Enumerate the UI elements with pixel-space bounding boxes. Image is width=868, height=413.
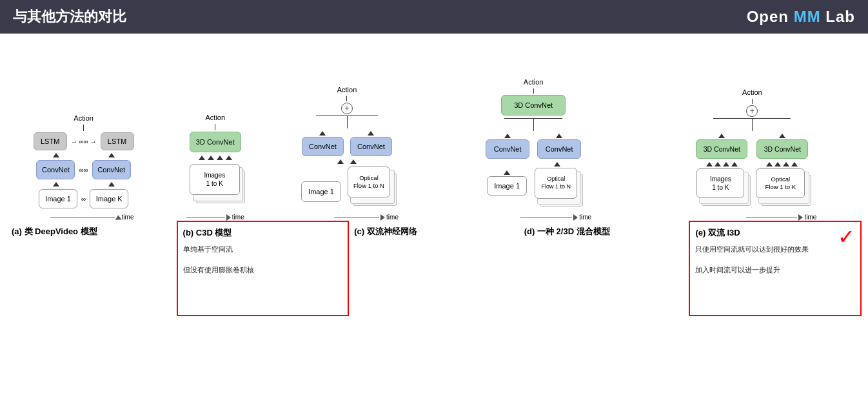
diag-c-action: Action xyxy=(337,86,357,94)
diag-a-lstm1: LSTM xyxy=(34,132,67,150)
diag-d-convnet1: ConvNet xyxy=(486,139,529,159)
label-b-title: (b) C3D 模型 xyxy=(183,227,343,239)
diag-c-plus: + xyxy=(341,103,353,114)
diag-a-convnet1: ConvNet xyxy=(36,160,75,179)
header-logo: Open MM Lab xyxy=(747,8,855,26)
label-b-desc1: 单纯基于空间流 xyxy=(183,244,343,256)
diag-e-images: Images1 to K xyxy=(696,168,744,198)
label-d-title: (d) 一种 2/3D 混合模型 xyxy=(524,226,684,237)
diag-b-convnet: 3D ConvNet xyxy=(190,132,241,152)
label-c: (c) 双流神经网络 xyxy=(349,221,519,316)
diag-e-3dconvnet2: 3D ConvNet xyxy=(756,139,808,159)
label-e-desc1: 只使用空间流就可以达到很好的效果 xyxy=(695,244,855,256)
label-e-title: (e) 双流 I3D xyxy=(695,227,740,239)
label-a: (a) 类 DeepVideo 模型 xyxy=(6,221,177,316)
diag-d-3dconvnet: 3D ConvNet xyxy=(501,95,566,116)
diagram-b: Action 3D ConvNet Images1 to K xyxy=(173,114,257,221)
diag-d-image1: Image 1 xyxy=(487,176,527,196)
diagram-e: Action + 3D ConvNet 3D ConvNet xyxy=(655,88,849,221)
diag-a-time: time xyxy=(122,214,134,221)
diag-d-time: time xyxy=(579,214,591,221)
diag-c-image1: Image 1 xyxy=(301,181,341,202)
checkmark-icon: ✓ xyxy=(838,225,855,249)
logo-mm: MM xyxy=(794,8,821,25)
diag-c-time: time xyxy=(386,214,399,221)
diag-e-time: time xyxy=(804,214,816,221)
logo-open: Open xyxy=(747,8,794,25)
logo-lab: Lab xyxy=(821,8,855,25)
diag-b-time: time xyxy=(232,214,244,221)
diag-d-optflow: OpticalFlow 1 to N xyxy=(535,168,577,199)
diag-e-plus: + xyxy=(746,105,758,117)
diag-a-lstm2: LSTM xyxy=(101,132,134,150)
diagrams-row: Action LSTM → ∞∞ → LSTM ConvNet ∞∞ xyxy=(0,34,868,221)
diag-b-action: Action xyxy=(205,114,225,121)
diag-a-imagek: Image K xyxy=(90,189,128,208)
label-e-desc2: 加入时间流可以进一步提升 xyxy=(695,265,855,276)
diag-e-optflow: OpticalFlow 1 to K xyxy=(756,168,805,198)
diag-a-image1: Image 1 xyxy=(39,189,77,208)
diag-c-optflow: OpticalFlow 1 to N xyxy=(348,166,390,197)
label-e: (e) 双流 I3D ✓ 只使用空间流就可以达到很好的效果 加入时间流可以进一步… xyxy=(689,221,862,316)
label-c-title: (c) 双流神经网络 xyxy=(354,226,514,237)
diagram-c: Action + ConvNet ConvNet xyxy=(282,86,411,221)
label-b-desc2: 但没有使用膨胀卷积核 xyxy=(183,265,343,276)
diag-e-3dconvnet1: 3D ConvNet xyxy=(696,139,747,159)
header-title: 与其他方法的对比 xyxy=(13,7,126,26)
diag-e-action: Action xyxy=(742,88,762,96)
diag-a-action: Action xyxy=(74,114,94,122)
diag-d-action: Action xyxy=(524,78,544,86)
header: 与其他方法的对比 Open MM Lab xyxy=(0,0,868,34)
diagram-a: Action LSTM → ∞∞ → LSTM ConvNet ∞∞ xyxy=(19,114,148,221)
diag-c-convnet2: ConvNet xyxy=(350,137,392,156)
diagram-d: Action 3D ConvNet ConvNet ConvNet xyxy=(437,78,630,221)
diag-b-images: Images1 to K xyxy=(190,164,240,195)
label-d: (d) 一种 2/3D 混合模型 xyxy=(519,221,689,316)
diag-d-convnet2: ConvNet xyxy=(537,139,581,159)
diag-c-convnet1: ConvNet xyxy=(302,137,344,156)
label-a-title: (a) 类 DeepVideo 模型 xyxy=(12,226,172,237)
diag-a-convnet2: ConvNet xyxy=(92,160,131,179)
label-b: (b) C3D 模型 单纯基于空间流 但没有使用膨胀卷积核 xyxy=(177,221,350,316)
bottom-labels: (a) 类 DeepVideo 模型 (b) C3D 模型 单纯基于空间流 但没… xyxy=(0,221,868,316)
